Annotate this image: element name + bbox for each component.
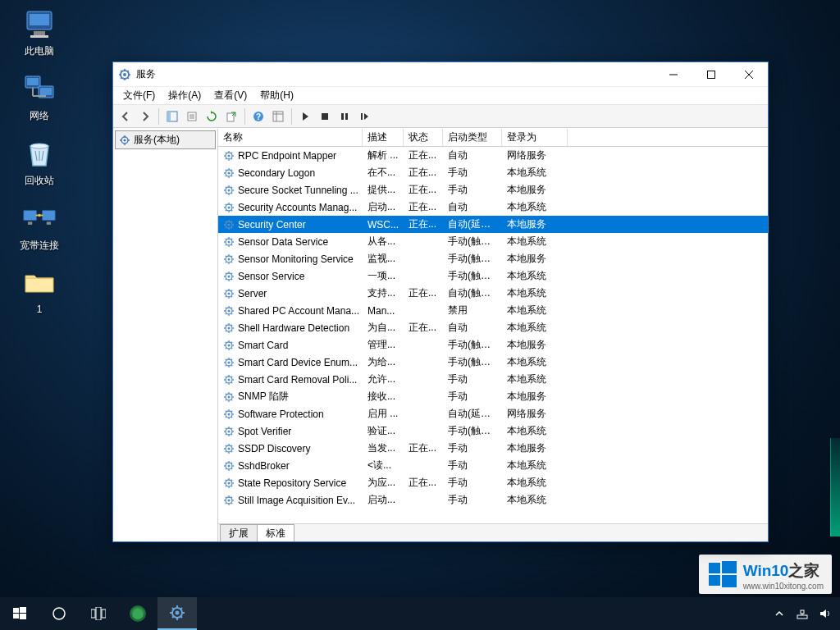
service-row[interactable]: Shared PC Account Mana...Man...禁用本地系统	[218, 302, 768, 319]
service-row[interactable]: Secure Socket Tunneling ...提供...正在...手动本…	[218, 181, 768, 199]
tool-properties[interactable]	[183, 107, 201, 126]
tool-help[interactable]: ?	[249, 107, 267, 126]
menu-view[interactable]: 查看(V)	[208, 87, 253, 104]
cell-logon: 本地系统	[502, 166, 568, 180]
cell-name: Smart Card Removal Poli...	[218, 374, 363, 386]
cell-desc: 验证...	[363, 424, 404, 438]
service-row[interactable]: SshdBroker<读...手动本地系统	[218, 457, 768, 474]
cell-state: 正在...	[404, 183, 443, 197]
cell-state: 正在...	[404, 441, 443, 455]
taskbar-app-edge[interactable]	[118, 597, 158, 630]
tray-volume[interactable]	[817, 605, 833, 622]
pause-icon	[339, 111, 350, 122]
desktop-icon-broadband[interactable]: 宽带连接	[8, 201, 71, 253]
cell-logon: 本地系统	[502, 424, 568, 438]
svg-rect-2	[34, 31, 45, 35]
cell-logon: 网络服务	[502, 148, 568, 162]
service-row[interactable]: SNMP 陷阱接收...手动本地服务	[218, 388, 768, 405]
service-row[interactable]: Smart Card Removal Poli...允许...手动本地系统	[218, 371, 768, 388]
cell-name: Server	[218, 288, 363, 299]
desktop-icon-recycle-bin[interactable]: 回收站	[8, 136, 71, 188]
service-row[interactable]: Secondary Logon在不...正在...手动本地系统	[218, 164, 768, 181]
cell-logon: 本地系统	[502, 321, 568, 335]
cell-desc: 启动...	[363, 200, 404, 214]
service-row[interactable]: Still Image Acquisition Ev...启动...手动本地系统	[218, 491, 768, 509]
list-body[interactable]: RPC Endpoint Mapper解析 ...正在...自动网络服务Seco…	[218, 147, 768, 523]
svg-point-10	[30, 144, 48, 148]
cell-startup: 手动	[443, 372, 502, 386]
tool-start-service[interactable]	[296, 107, 314, 126]
maximize-button[interactable]	[692, 62, 730, 87]
cell-logon: 本地服务	[502, 441, 568, 455]
cell-logon: 本地系统	[502, 459, 568, 472]
close-button[interactable]	[730, 62, 768, 87]
tab-standard[interactable]: 标准	[257, 524, 294, 541]
cell-name: Sensor Monitoring Service	[218, 253, 363, 265]
service-row[interactable]: Sensor Monitoring Service监视...手动(触发...本地…	[218, 250, 768, 267]
tool-forward[interactable]	[136, 107, 154, 126]
col-header-state[interactable]: 状态	[404, 129, 443, 146]
tool-refresh[interactable]	[203, 107, 221, 126]
service-row[interactable]: Spot Verifier验证...手动(触发...本地系统	[218, 422, 768, 440]
titlebar[interactable]: 服务	[113, 62, 768, 87]
cell-logon: 本地服务	[502, 338, 568, 352]
network-tray-icon	[796, 607, 809, 620]
svg-rect-12	[43, 210, 56, 220]
cell-logon: 本地服务	[502, 217, 568, 231]
tree-panel: 服务(本地)	[113, 129, 218, 541]
watermark-line1b: 之家	[788, 562, 819, 579]
service-row[interactable]: Sensor Data Service从各...手动(触发...本地系统	[218, 233, 768, 250]
tool-show-hide[interactable]	[163, 107, 181, 126]
cortana-search[interactable]	[39, 597, 79, 630]
service-row[interactable]: Sensor Service一项...手动(触发...本地系统	[218, 267, 768, 285]
svg-rect-35	[273, 112, 283, 121]
tray-chevron[interactable]	[771, 605, 788, 622]
minimize-button[interactable]	[655, 62, 692, 87]
col-header-logon[interactable]: 登录为	[502, 129, 568, 146]
desktop-icon-network[interactable]: 网络	[8, 71, 71, 123]
taskbar-app-services[interactable]	[158, 597, 197, 630]
svg-point-63	[228, 309, 231, 312]
cell-logon: 本地系统	[502, 493, 568, 507]
cell-logon: 本地系统	[502, 372, 568, 386]
tool-export[interactable]	[222, 107, 240, 126]
service-row[interactable]: SSDP Discovery当发...正在...手动本地服务	[218, 440, 768, 457]
cell-startup: 手动	[443, 183, 502, 197]
col-header-desc[interactable]: 描述	[363, 129, 404, 146]
tool-view-mode[interactable]	[269, 107, 287, 126]
col-header-startup[interactable]: 启动类型	[443, 129, 502, 146]
col-header-name[interactable]: 名称	[218, 129, 363, 146]
service-row[interactable]: Smart Card管理...手动(触发...本地服务	[218, 336, 768, 354]
start-button[interactable]	[0, 597, 39, 630]
task-view[interactable]	[79, 597, 118, 630]
broadband-icon	[22, 201, 57, 235]
tool-restart-service[interactable]	[355, 107, 373, 126]
tool-pause-service[interactable]	[336, 107, 354, 126]
menu-file[interactable]: 文件(F)	[116, 87, 162, 104]
desktop-icon-this-pc[interactable]: 此电脑	[8, 7, 71, 58]
tool-back[interactable]	[116, 107, 135, 126]
tool-stop-service[interactable]	[316, 107, 334, 126]
cell-name: RPC Endpoint Mapper	[218, 150, 363, 162]
service-row[interactable]: Server支持...正在...自动(触发...本地系统	[218, 285, 768, 302]
recycle-bin-icon	[22, 136, 57, 171]
close-icon	[745, 71, 753, 79]
menu-help[interactable]: 帮助(H)	[253, 87, 300, 104]
service-row[interactable]: Shell Hardware Detection为自...正在...自动本地系统	[218, 319, 768, 336]
service-row[interactable]: Security Accounts Manag...启动...正在...自动本地…	[218, 199, 768, 216]
tree-item-services-local[interactable]: 服务(本地)	[115, 130, 216, 149]
menu-action[interactable]: 操作(A)	[162, 87, 208, 104]
svg-rect-17	[722, 561, 737, 573]
service-row[interactable]: Software Protection启用 ...自动(延迟...网络服务	[218, 405, 768, 422]
service-row[interactable]: Smart Card Device Enum...为给...手动(触发...本地…	[218, 354, 768, 371]
tab-extended[interactable]: 扩展	[220, 524, 258, 541]
taskbar	[0, 597, 840, 630]
service-row[interactable]: Security CenterWSC...正在...自动(延迟...本地服务	[218, 216, 768, 233]
svg-rect-3	[30, 35, 48, 38]
desktop-icons: 此电脑 网络 回收站 宽带连接 1	[8, 7, 71, 315]
cell-name: SNMP 陷阱	[218, 390, 363, 404]
service-row[interactable]: RPC Endpoint Mapper解析 ...正在...自动网络服务	[218, 147, 768, 164]
service-row[interactable]: State Repository Service为应...正在...手动本地系统	[218, 474, 768, 491]
tray-network[interactable]	[794, 605, 810, 622]
desktop-icon-folder-1[interactable]: 1	[8, 266, 71, 315]
